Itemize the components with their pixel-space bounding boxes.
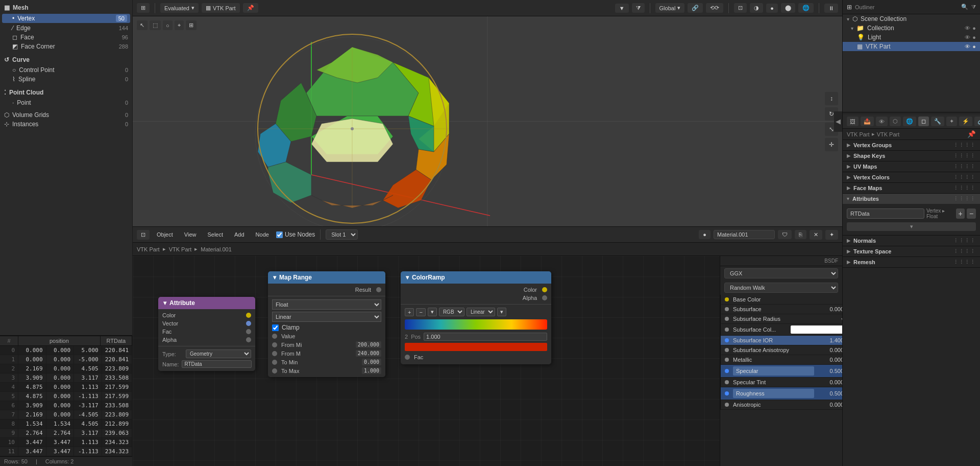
attribute-node-header[interactable]: ▾ Attribute [158,297,255,309]
vtk-eye[interactable]: 👁 [965,43,970,50]
copy-icon[interactable]: ⎘ [795,230,806,239]
pin-props-btn[interactable]: 📌 [967,130,976,138]
fm-header[interactable]: ▶ Face Maps ⋮⋮⋮⋮ [843,183,980,193]
tab-output[interactable]: 📤 [861,116,874,126]
vector-socket[interactable] [246,321,251,326]
attribute-node[interactable]: ▾ Attribute Color Vector Fac [158,297,255,371]
cr-color-socket[interactable] [542,287,547,292]
cr-alpha-socket[interactable] [542,295,547,300]
interp-select[interactable]: Linear [272,312,381,322]
attr-name-input[interactable] [182,360,252,368]
view-menu[interactable]: View [180,230,201,239]
viewport-shade-5[interactable]: 🌐 [798,3,814,13]
pin-button[interactable]: 📌 [243,3,258,13]
vertex-groups-header[interactable]: ▶ Vertex Groups ⋮⋮⋮⋮ [843,140,980,150]
clamp-checkbox[interactable] [272,324,279,331]
control-point-row[interactable]: ○ Control Point 0 [0,65,132,75]
cr-pos-input[interactable] [424,333,547,341]
color-ramp-header[interactable]: ▾ ColorRamp [401,271,551,284]
attr-name-field[interactable] [847,208,924,219]
attr-expand-btn[interactable]: ▾ [847,222,976,231]
select-tool[interactable]: ↖ [137,20,148,30]
to-max-value[interactable]: 1.000 [362,367,381,374]
3d-viewport[interactable]: ↖ ⬚ ○ ⌖ ⊞ User Perspective (1) Collectio… [133,16,842,226]
box-select-tool[interactable]: ⬚ [150,20,161,30]
vtk-render[interactable]: ● [972,43,976,50]
to-min-socket[interactable] [272,360,277,365]
viewport-shade-2[interactable]: ◑ [750,3,763,13]
curve-section-header[interactable]: ↺ Curve [0,54,132,65]
viewport-shade-3[interactable]: ● [766,4,778,13]
lasso-select-tool[interactable]: ⌖ [175,20,184,30]
slot-select[interactable]: Slot 1 [326,229,358,240]
value-socket[interactable] [272,334,277,339]
color-socket[interactable] [246,313,251,318]
face-row[interactable]: ◻ Face 96 [0,33,132,42]
nav-mode-dropdown[interactable]: Global ▾ [655,3,685,13]
attr-section-header[interactable]: ▾ Attributes ⋮⋮⋮⋮ [843,194,980,204]
filter-button[interactable]: ▼ [615,4,629,13]
attr-add-btn[interactable]: + [956,208,965,219]
tab-scene[interactable]: ⬡ [890,116,901,126]
from-max-value[interactable]: 240.000 [356,350,381,357]
coll-render[interactable]: ● [972,25,976,31]
vtk-part-row[interactable]: ▦ VTK Part 👁 ● [843,42,980,51]
fac-input-socket[interactable] [405,355,410,360]
search-btn[interactable]: 🔍 [961,4,968,10]
roughness-bar[interactable]: Roughness [733,389,814,398]
table-row[interactable]: 3 3.909 0.000 3.117 233.508 [0,374,132,383]
rm-header[interactable]: ▶ Remesh ⋮⋮⋮⋮ [843,257,980,267]
object-menu[interactable]: Object [153,230,177,239]
node-editor-icon[interactable]: ⊡ [137,230,150,240]
table-row[interactable]: 4 4.875 0.000 1.113 217.599 [0,383,132,392]
node-canvas[interactable]: ▾ Attribute Color Vector Fac [133,256,720,466]
result-socket[interactable] [376,287,381,292]
table-row[interactable]: 2 2.169 0.000 4.505 223.809 [0,364,132,374]
light-eye[interactable]: 👁 [965,34,970,40]
tab-particles[interactable]: ✦ [946,116,957,126]
from-min-socket[interactable] [272,342,277,347]
tab-object[interactable]: ◻ [918,116,929,126]
tab-constraints[interactable]: 🔗 [974,116,980,126]
tab-view[interactable]: 👁 [876,116,888,126]
tab-modifier[interactable]: 🔧 [931,116,944,126]
cr-interp-select[interactable]: Linear [467,308,495,316]
instances-row[interactable]: ⊹ Instances 0 [0,120,132,129]
distribution-select[interactable]: GGX [724,268,838,278]
map-range-header[interactable]: ▾ Map Range [268,271,385,284]
move-tool[interactable]: ↕ [825,92,838,105]
color-ramp-node[interactable]: ▾ ColorRamp Color Alpha [401,271,551,364]
delete-material-icon[interactable]: ✕ [810,230,822,240]
from-max-socket[interactable] [272,351,277,356]
table-row[interactable]: 10 3.447 3.447 1.113 234.323 [0,438,132,447]
pause-button[interactable]: ⏸ [824,4,838,13]
type-select[interactable]: Float [272,299,381,310]
extra-tool[interactable]: ⊞ [186,20,197,30]
normals-header[interactable]: ▶ Normals ⋮⋮⋮⋮ [843,236,980,246]
circle-select-tool[interactable]: ○ [163,20,173,30]
sub-col-swatch[interactable] [791,325,843,334]
collapse-arrow[interactable]: ◀ [834,111,842,132]
transform-button[interactable]: ⟲⟳ [706,3,723,13]
node-menu[interactable]: Node [252,230,273,239]
vc-header[interactable]: ▶ Vertex Colors ⋮⋮⋮⋮ [843,172,980,182]
uv-maps-header[interactable]: ▶ UV Maps ⋮⋮⋮⋮ [843,161,980,172]
pointcloud-section-header[interactable]: ⁚ Point Cloud [0,87,132,98]
link-button[interactable]: 🔗 [688,3,703,13]
specular-bar[interactable]: Specular [733,366,814,376]
table-row[interactable]: 1 0.000 0.000 -5.000 220.841 [0,355,132,364]
filter-btn[interactable]: ⧩ [971,4,976,10]
point-row[interactable]: · Point 0 [0,98,132,107]
table-row[interactable]: 11 3.447 3.447 -1.113 234.323 [0,447,132,456]
fake-user-icon[interactable]: ✦ [825,230,838,240]
table-row[interactable]: 7 2.169 0.000 -4.505 223.809 [0,410,132,420]
attr-remove-btn[interactable]: − [967,208,976,219]
ts-header[interactable]: ▶ Texture Space ⋮⋮⋮⋮ [843,246,980,257]
cr-interp-expand[interactable]: ▾ [497,308,506,316]
tab-physics[interactable]: ⚡ [959,116,972,126]
table-row[interactable]: 8 1.534 1.534 4.505 212.899 [0,420,132,429]
from-min-value[interactable]: 200.000 [356,341,381,348]
vtk-part-btn[interactable]: ▦ VTK Part [202,3,240,13]
subsurface-method-select[interactable]: Random Walk [724,283,838,293]
cr-menu[interactable]: ▾ [428,308,437,316]
